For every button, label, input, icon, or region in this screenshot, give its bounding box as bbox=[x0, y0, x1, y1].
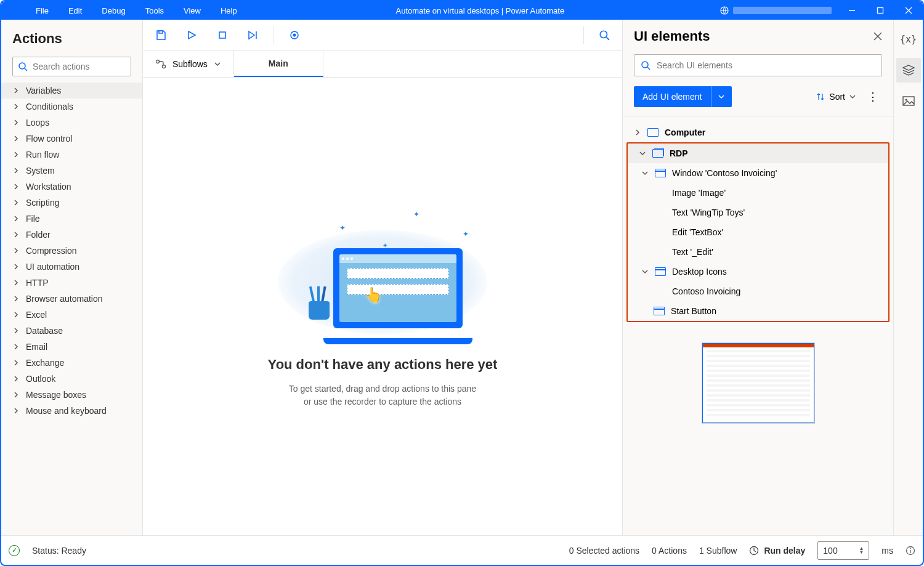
record-button[interactable] bbox=[284, 25, 305, 46]
tree-leaf[interactable]: Text 'WingTip Toys' bbox=[628, 203, 888, 222]
sort-icon bbox=[816, 92, 825, 102]
window-controls bbox=[838, 1, 923, 20]
actions-tree-item[interactable]: Excel bbox=[1, 307, 142, 323]
run-button[interactable] bbox=[181, 25, 202, 46]
chevron-right-icon bbox=[12, 343, 20, 350]
tree-node-desktop[interactable]: Desktop Icons bbox=[628, 262, 888, 281]
chevron-right-icon bbox=[12, 231, 20, 238]
chevron-right-icon bbox=[12, 135, 20, 142]
actions-tree-item[interactable]: Workstation bbox=[1, 179, 142, 195]
actions-tree-item[interactable]: Compression bbox=[1, 243, 142, 259]
save-button[interactable] bbox=[150, 25, 171, 46]
actions-tree-label: Flow control bbox=[26, 134, 72, 144]
run-delay-input[interactable]: 100 ▲▼ bbox=[817, 541, 869, 560]
chevron-right-icon bbox=[12, 199, 20, 206]
rail-images-button[interactable] bbox=[896, 89, 921, 113]
sort-button[interactable]: Sort bbox=[816, 92, 856, 102]
chevron-down-icon bbox=[639, 150, 646, 157]
stop-button[interactable] bbox=[212, 25, 233, 46]
subflows-icon bbox=[155, 59, 166, 69]
subflows-dropdown[interactable]: Subflows bbox=[143, 51, 234, 77]
close-panel-icon[interactable] bbox=[873, 32, 882, 41]
actions-tree-item[interactable]: HTTP bbox=[1, 275, 142, 291]
right-rail: {x} bbox=[893, 20, 923, 535]
actions-tree-item[interactable]: System bbox=[1, 163, 142, 179]
menu-debug[interactable]: Debug bbox=[92, 4, 135, 18]
actions-tree-item[interactable]: Scripting bbox=[1, 195, 142, 211]
close-button[interactable] bbox=[894, 1, 923, 20]
tree-node-computer[interactable]: Computer bbox=[623, 123, 893, 142]
actions-tree-item[interactable]: Email bbox=[1, 339, 142, 355]
actions-tree-item[interactable]: Browser automation bbox=[1, 291, 142, 307]
tree-label: Text '_Edit' bbox=[672, 247, 713, 257]
actions-tree-item[interactable]: Variables bbox=[1, 83, 142, 99]
tree-node-window[interactable]: Window 'Contoso Invoicing' bbox=[628, 163, 888, 183]
info-icon[interactable] bbox=[906, 546, 915, 556]
menu-file[interactable]: File bbox=[26, 4, 59, 18]
toolbar-search-button[interactable] bbox=[594, 25, 615, 46]
actions-tree-item[interactable]: Message boxes bbox=[1, 387, 142, 403]
more-options-button[interactable]: ⋮ bbox=[864, 90, 882, 103]
tree-label: Image 'Image' bbox=[672, 188, 726, 198]
status-actions: 0 Actions bbox=[652, 546, 687, 556]
menu-view[interactable]: View bbox=[174, 4, 211, 18]
flow-canvas[interactable]: ✦ ✦ ✦ ✦ 👆 You don't have any actions her… bbox=[143, 78, 622, 535]
actions-tree-item[interactable]: File bbox=[1, 211, 142, 227]
menu-edit[interactable]: Edit bbox=[59, 4, 92, 18]
menu-tools[interactable]: Tools bbox=[136, 4, 174, 18]
run-delay-unit: ms bbox=[881, 546, 893, 556]
hand-cursor-icon: 👆 bbox=[364, 286, 383, 304]
svg-marker-8 bbox=[188, 31, 195, 39]
environment-redacted bbox=[733, 7, 832, 14]
actions-search[interactable] bbox=[12, 57, 131, 76]
ui-elements-search-input[interactable] bbox=[657, 60, 875, 70]
actions-tree-item[interactable]: Flow control bbox=[1, 131, 142, 147]
add-ui-element-label: Add UI element bbox=[634, 92, 711, 102]
tree-node-start[interactable]: Start Button bbox=[628, 301, 888, 321]
actions-tree-item[interactable]: Database bbox=[1, 323, 142, 339]
svg-line-21 bbox=[647, 67, 650, 70]
ui-elements-header: UI elements bbox=[634, 28, 873, 44]
status-subflows: 1 Subflow bbox=[699, 546, 737, 556]
menu-help[interactable]: Help bbox=[211, 4, 247, 18]
add-ui-element-button[interactable]: Add UI element bbox=[634, 86, 732, 107]
step-button[interactable] bbox=[243, 25, 264, 46]
actions-tree-item[interactable]: Loops bbox=[1, 115, 142, 131]
svg-point-28 bbox=[910, 548, 911, 549]
window-title: Automate on virtual desktops | Power Aut… bbox=[247, 6, 713, 15]
actions-tree-label: Variables bbox=[26, 86, 61, 95]
tree-leaf[interactable]: Contoso Invoicing bbox=[628, 281, 888, 301]
tree-leaf[interactable]: Edit 'TextBox' bbox=[628, 222, 888, 242]
tree-node-rdp[interactable]: RDP bbox=[628, 144, 888, 163]
environment-label[interactable] bbox=[713, 6, 838, 15]
actions-tree-item[interactable]: UI automation bbox=[1, 259, 142, 275]
maximize-button[interactable] bbox=[866, 1, 894, 20]
actions-search-input[interactable] bbox=[33, 62, 140, 71]
actions-tree-item[interactable]: Conditionals bbox=[1, 99, 142, 115]
ui-elements-search[interactable] bbox=[634, 54, 882, 76]
clock-icon bbox=[749, 546, 759, 556]
actions-tree-item[interactable]: Outlook bbox=[1, 371, 142, 387]
actions-tree-label: Compression bbox=[26, 246, 76, 256]
actions-tree-item[interactable]: Run flow bbox=[1, 147, 142, 163]
minimize-button[interactable] bbox=[838, 1, 866, 20]
actions-tree-item[interactable]: Folder bbox=[1, 227, 142, 243]
tab-main[interactable]: Main bbox=[234, 51, 323, 77]
actions-tree-item[interactable]: Exchange bbox=[1, 355, 142, 371]
tree-label: Edit 'TextBox' bbox=[672, 227, 723, 237]
actions-tree-item[interactable]: Mouse and keyboard bbox=[1, 403, 142, 419]
tree-leaf[interactable]: Text '_Edit' bbox=[628, 242, 888, 262]
tree-label: Computer bbox=[665, 127, 705, 137]
rail-ui-elements-button[interactable] bbox=[896, 58, 921, 83]
toolbar-separator bbox=[583, 26, 584, 44]
spinner-buttons[interactable]: ▲▼ bbox=[859, 547, 864, 554]
chevron-right-icon bbox=[12, 279, 20, 286]
actions-tree-label: Folder bbox=[26, 230, 51, 240]
actions-tree-label: HTTP bbox=[26, 278, 49, 288]
tree-leaf[interactable]: Image 'Image' bbox=[628, 183, 888, 203]
actions-tree-label: Exchange bbox=[26, 358, 64, 368]
rail-variables-button[interactable]: {x} bbox=[896, 27, 921, 52]
chevron-down-icon bbox=[641, 268, 649, 275]
chevron-right-icon bbox=[12, 87, 20, 94]
add-ui-element-dropdown[interactable] bbox=[711, 86, 732, 107]
